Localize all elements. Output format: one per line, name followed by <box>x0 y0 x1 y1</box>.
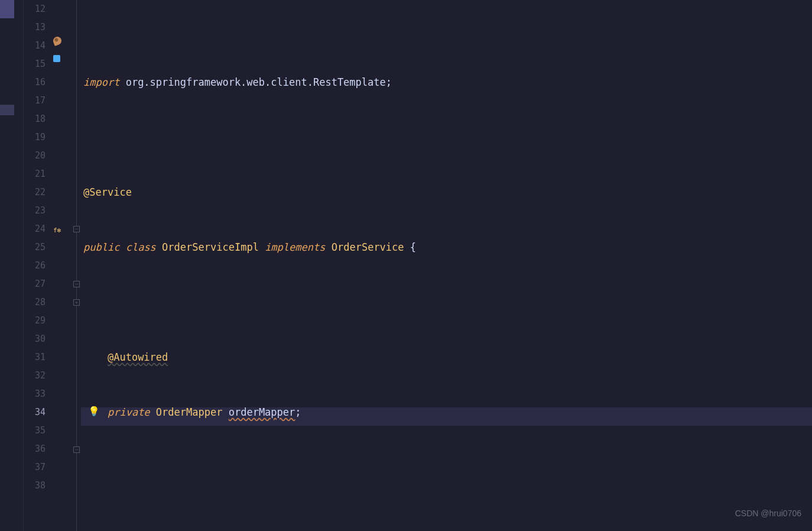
annotation: @Autowired <box>108 351 168 363</box>
line-number[interactable]: 27 <box>24 275 46 293</box>
line-number[interactable]: 13 <box>24 18 46 37</box>
line-number[interactable]: 23 <box>24 202 46 220</box>
line-number[interactable]: 20 <box>24 147 46 165</box>
fold-toggle[interactable]: − <box>73 226 80 232</box>
annotation: @Service <box>83 186 132 198</box>
code-editor[interactable]: 12 13 14 15 16 17 18 19 20 21 22 23 24 2… <box>0 0 812 531</box>
line-number[interactable]: 16 <box>24 73 46 92</box>
fold-toggle[interactable]: − <box>73 281 80 287</box>
line-number[interactable]: 18 <box>24 110 46 128</box>
line-number[interactable]: 31 <box>24 348 46 367</box>
fold-toggle[interactable]: + <box>73 299 80 306</box>
fold-toggle[interactable]: − <box>73 446 80 453</box>
line-number[interactable]: 21 <box>24 165 46 183</box>
line-number[interactable]: 14 <box>24 37 46 55</box>
override-icon[interactable]: f✻ <box>53 221 61 229</box>
line-number[interactable]: 29 <box>24 312 46 330</box>
bookmark-marker[interactable] <box>0 0 14 18</box>
code-area[interactable]: import org.springframework.web.client.Re… <box>81 0 812 531</box>
line-number[interactable]: 15 <box>24 55 46 73</box>
line-number[interactable]: 24 <box>24 220 46 238</box>
line-number-column: 12 13 14 15 16 17 18 19 20 21 22 23 24 2… <box>24 0 50 531</box>
line-number[interactable]: 28 <box>24 293 46 312</box>
line-number[interactable]: 38 <box>24 477 46 495</box>
line-number[interactable]: 35 <box>24 422 46 440</box>
field: orderMapper <box>229 406 295 418</box>
line-number[interactable]: 32 <box>24 367 46 385</box>
gutter-icon-column: f✻ <box>50 0 73 531</box>
line-number[interactable]: 17 <box>24 92 46 110</box>
line-number[interactable]: 37 <box>24 458 46 477</box>
spring-bean-icon[interactable] <box>52 35 63 46</box>
change-marker[interactable] <box>0 105 14 115</box>
line-number[interactable]: 12 <box>24 0 46 18</box>
line-number[interactable]: 19 <box>24 128 46 147</box>
line-number[interactable]: 26 <box>24 257 46 275</box>
line-number[interactable]: 22 <box>24 183 46 202</box>
fold-column: − − + − <box>73 0 81 531</box>
line-number[interactable]: 25 <box>24 238 46 257</box>
keyword: import <box>83 76 119 88</box>
line-number[interactable]: 36 <box>24 440 46 458</box>
line-number[interactable]: 34 <box>24 403 46 422</box>
class-name: OrderServiceImpl <box>162 241 259 253</box>
line-number[interactable]: 30 <box>24 330 46 348</box>
line-number[interactable]: 33 <box>24 385 46 403</box>
implements-icon[interactable] <box>53 55 60 62</box>
bookmark-gutter <box>0 0 24 531</box>
